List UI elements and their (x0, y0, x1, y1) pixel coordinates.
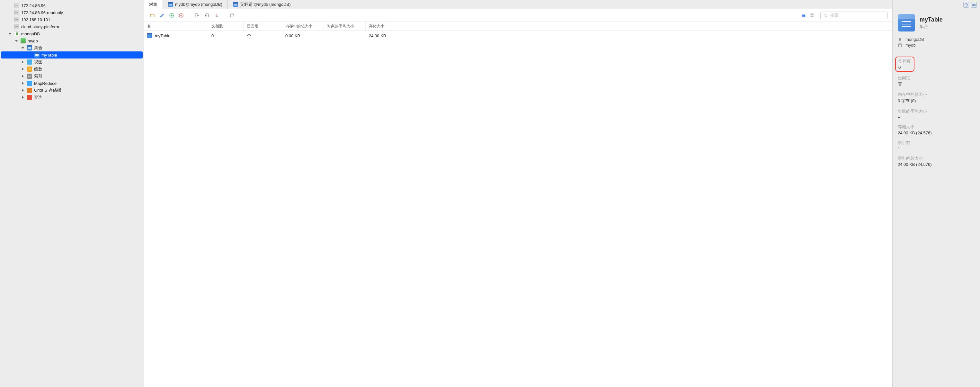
info-icon[interactable] (963, 2, 969, 8)
tree-node--[interactable]: 索引 (0, 73, 144, 80)
tree-label: 视图 (34, 59, 42, 65)
tree-label: MapReduce (34, 81, 57, 86)
prop-label: 存储大小 (898, 124, 975, 130)
connection-tree[interactable]: 172.24.86.96172.24.86.96-readonly192.168… (0, 0, 144, 387)
cell-pinned: 否 (243, 33, 282, 38)
import-icon[interactable] (193, 11, 201, 19)
edit-icon[interactable] (158, 11, 166, 19)
chevron-right-icon[interactable] (21, 67, 24, 71)
info-prop-1: 已固定否 (898, 75, 975, 87)
tab-bar: 对象mydb@mydb (mongoDB)无标题 @mydb (mongoDB) (144, 0, 892, 9)
tree-label: 192.168.10.101 (21, 18, 50, 22)
view-mode-toggle (800, 11, 816, 19)
db-icon (21, 38, 26, 43)
tree-label: 172.24.86.96-readonly (21, 10, 63, 15)
add-icon[interactable] (168, 11, 175, 19)
search-input[interactable] (830, 13, 885, 18)
table-icon (233, 2, 238, 7)
tree-node--[interactable]: 视图 (0, 59, 144, 65)
chevron-right-icon[interactable] (21, 89, 24, 92)
object-toolbar (144, 9, 892, 22)
table-row[interactable]: myTable0否0.00 KB24.00 KB (144, 31, 892, 40)
tab-label: 无标题 @mydb (mongoDB) (240, 2, 291, 7)
refresh-icon[interactable] (228, 11, 236, 19)
collection-icon (898, 14, 915, 32)
tree-label: GridFS 存储桶 (34, 88, 61, 93)
info-title: myTable (920, 16, 943, 23)
search-box[interactable] (820, 11, 888, 19)
prop-value: 0 (898, 65, 911, 70)
server-icon (14, 17, 19, 22)
tree-label: 172.24.86.96 (21, 3, 46, 8)
info-prop-5: 索引数1 (898, 140, 975, 151)
table-icon (27, 45, 32, 51)
database-icon (898, 43, 902, 48)
svg-rect-6 (810, 16, 811, 17)
svg-rect-7 (812, 16, 814, 17)
tree-node-gridfs-[interactable]: GridFS 存储桶 (0, 87, 144, 94)
open-icon[interactable] (148, 11, 156, 19)
tree-node-mydb[interactable]: mydb (0, 37, 144, 45)
object-table-header: 名 文档数 已固定 内存中的总大小 对象的平均大小 存储大小 (144, 22, 892, 31)
tree-label: mydb (28, 38, 38, 43)
info-prop-3: 对象的平均大小-- (898, 108, 975, 119)
tree-node--[interactable]: 查询 (0, 94, 144, 101)
tab-1[interactable]: mydb@mydb (mongoDB) (163, 0, 228, 9)
chevron-down-icon[interactable] (21, 46, 24, 49)
col-memsize[interactable]: 内存中的总大小 (282, 22, 324, 30)
prop-value: 24.00 KB (24,576) (898, 131, 975, 135)
cell-docs: 0 (208, 33, 243, 38)
prop-label: 内存中的总大小 (898, 92, 975, 97)
server-icon (14, 3, 19, 8)
svg-rect-4 (810, 13, 811, 15)
toolbar-separator (224, 13, 224, 18)
prop-value: 否 (898, 81, 975, 87)
tree-label: 查询 (34, 94, 42, 100)
prop-label: 索引数 (898, 140, 975, 146)
tab-0[interactable]: 对象 (144, 0, 163, 9)
tree-node-cloud-study-platform[interactable]: cloud-study-platform (0, 23, 144, 30)
tree-node-192-168-10-101[interactable]: 192.168.10.101 (0, 16, 144, 23)
svg-point-8 (824, 14, 826, 16)
query-icon (27, 95, 32, 100)
info-prop-6: 索引的总大小24.00 KB (24,576) (898, 156, 975, 167)
export-icon[interactable] (203, 11, 210, 19)
tree-label: cloud-study-platform (21, 24, 59, 29)
tree-label: 集合 (34, 45, 42, 51)
col-name[interactable]: 名 (144, 22, 208, 30)
delete-icon[interactable] (177, 11, 185, 19)
chevron-down-icon[interactable] (15, 39, 18, 42)
chevron-down-icon[interactable] (8, 32, 11, 35)
col-docs[interactable]: 文档数 (208, 22, 243, 30)
chevron-right-icon[interactable] (21, 96, 24, 99)
mongo-icon (14, 31, 19, 36)
chart-icon[interactable] (212, 11, 220, 19)
chevron-right-icon[interactable] (21, 61, 24, 64)
tree-node--[interactable]: 集合 (0, 45, 144, 51)
view-icon (27, 59, 32, 65)
info-properties: 文档数0已固定否内存中的总大小0 字节 (0)对象的平均大小--存储大小24.0… (892, 53, 980, 171)
tree-node-mapreduce[interactable]: MapReduce (0, 80, 144, 87)
mr-icon (27, 81, 32, 86)
info-panel: DDL myTable 集合 mongoDB mydb 文档数0已固定否内存中的… (892, 0, 980, 387)
tree-node-mytable[interactable]: myTable (1, 51, 143, 59)
chevron-right-icon[interactable] (21, 82, 24, 85)
list-view-icon[interactable] (800, 11, 807, 19)
tree-node-172-24-86-96-readonly[interactable]: 172.24.86.96-readonly (0, 9, 144, 16)
ddl-icon[interactable]: DDL (971, 2, 977, 8)
grid-view-icon[interactable] (808, 11, 816, 19)
col-storesize[interactable]: 存储大小 (366, 22, 892, 30)
chevron-right-icon[interactable] (21, 75, 24, 78)
tab-label: mydb@mydb (mongoDB) (175, 2, 222, 7)
tab-2[interactable]: 无标题 @mydb (mongoDB) (228, 0, 296, 9)
tree-node--[interactable]: 函数 (0, 65, 144, 73)
search-icon (823, 13, 828, 18)
prop-value: 24.00 KB (24,576) (898, 162, 975, 167)
info-subtitle: 集合 (920, 24, 943, 30)
cell-store: 24.00 KB (366, 33, 892, 38)
col-pinned[interactable]: 已固定 (243, 22, 282, 30)
prop-value: -- (898, 115, 975, 119)
tree-node-172-24-86-96[interactable]: 172.24.86.96 (0, 2, 144, 9)
tree-node-mongodb[interactable]: mongoDB (0, 30, 144, 37)
col-avgsize[interactable]: 对象的平均大小 (324, 22, 366, 30)
